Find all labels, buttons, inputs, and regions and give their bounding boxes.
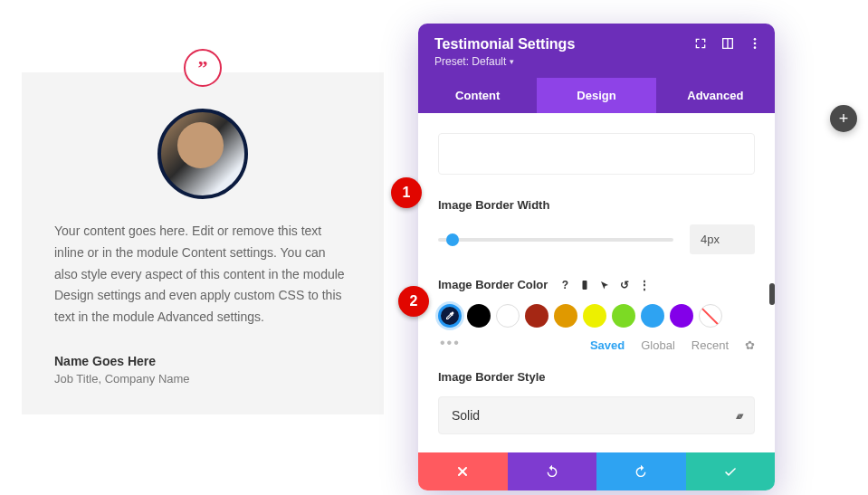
swatch-yellow[interactable] (583, 304, 606, 328)
swatch-eyedropper[interactable] (438, 304, 462, 328)
preview-box (438, 133, 755, 175)
testimonial-module: ” Your content goes here. Edit or remove… (22, 72, 384, 414)
swatch-dark-red[interactable] (525, 304, 548, 328)
swatch-orange[interactable] (554, 304, 577, 328)
border-width-slider[interactable] (438, 238, 673, 242)
border-color-label-text: Image Border Color (438, 278, 548, 291)
svg-rect-3 (583, 281, 587, 290)
border-color-label: Image Border Color ? ↺ ⋮ (438, 278, 755, 291)
cancel-button[interactable] (418, 452, 508, 490)
slider-thumb[interactable] (446, 233, 459, 246)
color-swatches (438, 304, 755, 328)
color-subtabs: Saved Global Recent ✿ (438, 338, 755, 352)
expand-icon[interactable] (693, 36, 708, 51)
add-module-button[interactable]: + (830, 105, 857, 132)
save-button[interactable] (686, 452, 776, 490)
svg-point-0 (754, 38, 757, 41)
swatch-blue[interactable] (641, 304, 664, 328)
settings-panel: Testimonial Settings Preset: Default Con… (418, 24, 775, 490)
subtab-global[interactable]: Global (641, 338, 675, 352)
border-style-label: Image Border Style (438, 370, 755, 384)
testimonial-content[interactable]: Your content goes here. Edit or remove t… (54, 221, 351, 328)
testimonial-card[interactable]: Your content goes here. Edit or remove t… (22, 72, 384, 414)
border-width-label: Image Border Width (438, 198, 755, 212)
more-icon[interactable] (748, 36, 762, 51)
annotation-1: 1 (391, 177, 422, 208)
border-width-input[interactable] (690, 224, 755, 254)
border-style-value: Solid (452, 408, 480, 423)
hover-icon[interactable] (598, 279, 611, 291)
reset-icon[interactable]: ↺ (618, 279, 631, 291)
tab-design[interactable]: Design (537, 78, 655, 113)
panel-header[interactable]: Testimonial Settings Preset: Default (418, 24, 775, 78)
responsive-icon[interactable] (578, 279, 591, 291)
author-meta: Job Title, Company Name (54, 372, 351, 386)
swatch-purple[interactable] (670, 304, 693, 328)
swatch-black[interactable] (467, 304, 491, 328)
quote-icon: ” (184, 49, 222, 87)
layout-icon[interactable] (720, 36, 735, 51)
svg-point-2 (754, 46, 757, 49)
panel-body: Image Border Width Image Border Color ? … (418, 113, 775, 452)
subtab-saved[interactable]: Saved (590, 338, 625, 352)
author-name: Name Goes Here (54, 354, 351, 368)
undo-button[interactable] (508, 452, 597, 490)
select-chevron-icon: ▴▾ (736, 410, 741, 422)
help-icon[interactable]: ? (558, 279, 571, 291)
subtab-recent[interactable]: Recent (692, 338, 729, 352)
panel-tabs: Content Design Advanced (418, 78, 775, 113)
options-icon[interactable]: ⋮ (638, 279, 651, 291)
tab-advanced[interactable]: Advanced (656, 78, 775, 113)
author-avatar (157, 109, 248, 199)
annotation-2: 2 (398, 286, 429, 317)
gear-icon[interactable]: ✿ (745, 338, 755, 352)
tab-content[interactable]: Content (418, 78, 537, 113)
border-style-select[interactable]: Solid ▴▾ (438, 396, 755, 434)
swatch-white[interactable] (496, 304, 520, 328)
preset-dropdown[interactable]: Preset: Default (434, 55, 514, 68)
redo-button[interactable] (596, 452, 686, 490)
svg-point-1 (754, 43, 757, 45)
swatch-green[interactable] (612, 304, 635, 328)
scrollbar[interactable] (769, 283, 775, 305)
panel-footer (418, 452, 775, 490)
swatch-none[interactable] (699, 304, 722, 328)
